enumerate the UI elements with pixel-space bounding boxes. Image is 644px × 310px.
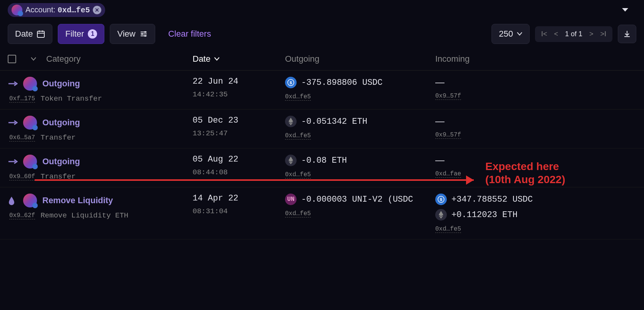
col-category[interactable]: Category: [46, 54, 193, 64]
incoming-amount: $+347.788552 USDC: [435, 194, 636, 205]
tx-hash[interactable]: 0x9…62f: [9, 212, 35, 219]
clear-filters-link[interactable]: Clear filters: [168, 29, 211, 39]
direction-icon: [8, 81, 18, 86]
direction-icon: [8, 159, 18, 164]
col-date[interactable]: Date: [193, 54, 285, 64]
time-value: 14:42:35: [193, 90, 285, 99]
time-value: 08:44:08: [193, 168, 285, 177]
sub-category: Remove Liquidity ETH: [40, 211, 128, 220]
incoming-addr[interactable]: 0x9…57f: [435, 93, 461, 100]
date-value: 05 Dec 23: [193, 116, 285, 125]
eth-icon: [285, 155, 297, 166]
eth-icon: [435, 209, 447, 221]
outgoing-addr[interactable]: 0xd…fe5: [285, 171, 311, 179]
date-value: 05 Aug 22: [193, 155, 285, 164]
account-chip[interactable]: Account: 0xd…fe5 ✕: [8, 3, 105, 17]
table-body: Outgoing 0xf…175 Token Transfer 22 Jun 2…: [0, 71, 644, 239]
download-icon: [623, 30, 631, 38]
category-name: Remove Liquidity: [42, 195, 113, 206]
view-button[interactable]: View: [110, 24, 155, 44]
row-avatar: [23, 194, 37, 207]
direction-icon: [8, 196, 18, 205]
date-button[interactable]: Date: [8, 24, 52, 44]
col-outgoing[interactable]: Outgoing: [285, 54, 435, 64]
time-value: 08:31:04: [193, 207, 285, 216]
prev-page-icon[interactable]: <: [554, 30, 558, 38]
outgoing-addr[interactable]: 0xd…fe5: [285, 210, 311, 217]
calendar-icon: [37, 30, 45, 38]
outgoing-addr[interactable]: 0xd…fe5: [285, 93, 311, 101]
annotation-arrow: [35, 179, 474, 181]
annotation-text: Expected here (10th Aug 2022): [485, 160, 565, 186]
outgoing-amount: -0.051342 ETH: [285, 116, 435, 127]
filter-count-badge: 1: [88, 29, 97, 39]
incoming-empty: —: [435, 77, 636, 88]
sliders-icon: [139, 30, 148, 38]
row-avatar: [23, 116, 37, 130]
tx-hash[interactable]: 0xf…175: [9, 95, 35, 103]
pagination: I< < 1 of 1 > >I: [535, 26, 612, 42]
incoming-addr[interactable]: 0x9…57f: [435, 131, 461, 139]
page-indicator: 1 of 1: [565, 30, 582, 38]
time-value: 13:25:47: [193, 129, 285, 138]
svg-text:$: $: [290, 81, 292, 85]
date-value: 14 Apr 22: [193, 194, 285, 203]
direction-icon: [8, 120, 18, 125]
svg-rect-7: [144, 31, 146, 33]
tx-hash[interactable]: 0x6…5a7: [9, 134, 35, 142]
tx-hash[interactable]: 0x9…60f: [9, 173, 35, 180]
date-value: 22 Jun 24: [193, 77, 285, 86]
sub-category: Token Transfer: [40, 94, 102, 103]
outgoing-amount: $-375.898806 USDC: [285, 77, 435, 88]
svg-rect-9: [144, 35, 146, 37]
close-icon[interactable]: ✕: [93, 6, 101, 14]
chevron-down-icon: [214, 57, 220, 61]
category-name: Outgoing: [42, 157, 80, 167]
col-incoming[interactable]: Incoming: [435, 54, 636, 64]
account-label: Account: 0xd…fe5: [25, 5, 90, 15]
outgoing-amount: UN-0.000003 UNI-V2 (USDC: [285, 194, 435, 205]
usdc-icon: $: [285, 77, 297, 88]
select-all-checkbox[interactable]: [8, 55, 16, 63]
table-header: Category Date Outgoing Incoming: [0, 48, 644, 71]
row-avatar: [23, 155, 37, 168]
svg-rect-8: [141, 33, 143, 35]
eth-icon: [285, 116, 297, 127]
table-row[interactable]: Outgoing 0xf…175 Token Transfer 22 Jun 2…: [0, 71, 644, 110]
download-button[interactable]: [618, 25, 636, 43]
uni-icon: UN: [285, 194, 297, 205]
svg-rect-0: [37, 31, 44, 37]
incoming-empty: —: [435, 116, 636, 126]
incoming-amount-extra: +0.112023 ETH: [435, 209, 636, 221]
incoming-addr[interactable]: 0xd…fe5: [435, 226, 461, 233]
account-avatar: [12, 5, 22, 15]
category-name: Outgoing: [42, 79, 80, 89]
page-size-select[interactable]: 250: [491, 24, 530, 44]
breadcrumb-dropdown-icon[interactable]: [622, 8, 629, 12]
usdc-icon: $: [435, 194, 447, 205]
sub-category: Transfer: [40, 133, 75, 142]
first-page-icon[interactable]: I<: [541, 30, 547, 38]
svg-text:$: $: [440, 197, 443, 202]
filter-button[interactable]: Filter 1: [58, 24, 104, 44]
expand-all-icon[interactable]: [31, 57, 46, 61]
table-row[interactable]: Remove Liquidity 0x9…62f Remove Liquidit…: [0, 187, 644, 239]
table-row[interactable]: Outgoing 0x6…5a7 Transfer 05 Dec 23 13:2…: [0, 110, 644, 148]
incoming-addr[interactable]: 0xd…fae: [435, 170, 461, 178]
breadcrumb: Account: 0xd…fe5 ✕: [0, 0, 644, 20]
chevron-down-icon: [517, 32, 522, 36]
last-page-icon[interactable]: >I: [600, 30, 606, 38]
next-page-icon[interactable]: >: [589, 30, 594, 38]
outgoing-amount: -0.08 ETH: [285, 155, 435, 166]
outgoing-addr[interactable]: 0xd…fe5: [285, 132, 311, 140]
row-avatar: [23, 77, 37, 91]
category-name: Outgoing: [42, 118, 80, 128]
toolbar: Date Filter 1 View Clear filters 250 I< …: [0, 20, 644, 48]
